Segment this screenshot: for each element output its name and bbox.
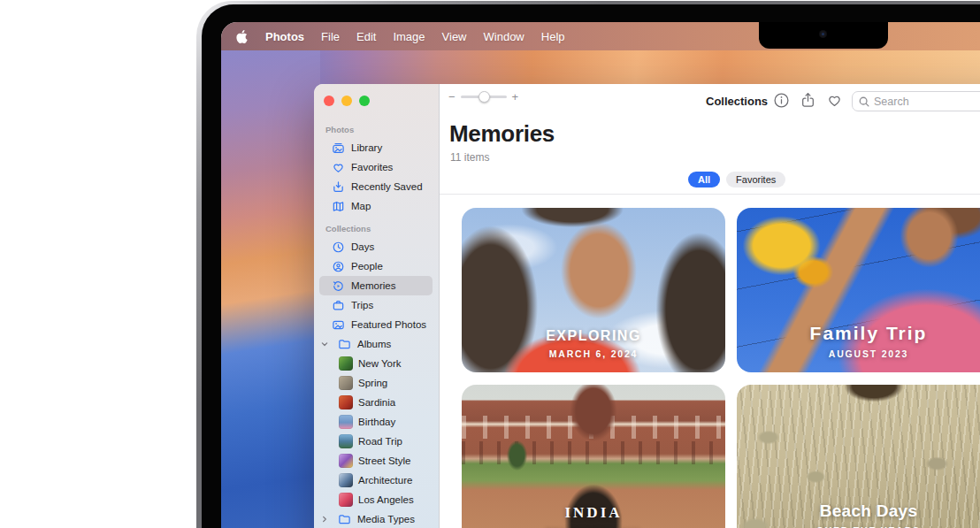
birthday-thumbnail bbox=[339, 415, 353, 429]
people-icon bbox=[332, 260, 345, 273]
sidebar-item-label: Days bbox=[351, 241, 374, 252]
menu-item-image[interactable]: Image bbox=[393, 30, 425, 43]
sidebar-item-label: Favorites bbox=[351, 162, 393, 172]
sidebar-item-label: Media Types bbox=[357, 514, 415, 524]
sidebar-item-label: Albums bbox=[357, 339, 391, 349]
spring-thumbnail bbox=[339, 376, 353, 390]
menu-item-edit[interactable]: Edit bbox=[356, 30, 376, 43]
sidebar-album-architecture[interactable]: Architecture bbox=[314, 471, 439, 490]
close-button[interactable] bbox=[324, 96, 334, 106]
sidebar-item-label: Trips bbox=[351, 300, 373, 310]
sidebar-item-featured-photos[interactable]: Featured Photos bbox=[314, 315, 439, 334]
card-caption: INDIA DECEMBER 2023 bbox=[462, 504, 725, 528]
menu-item-view[interactable]: View bbox=[442, 30, 467, 43]
sidebar-item-label: Recently Saved bbox=[351, 181, 423, 192]
filter-favorites-button[interactable]: Favorites bbox=[726, 172, 785, 187]
sidebar-item-memories[interactable]: Memories bbox=[319, 276, 433, 295]
memory-card-india[interactable]: INDIA DECEMBER 2023 bbox=[462, 385, 725, 528]
album-label: Spring bbox=[358, 378, 387, 388]
featured-photos-icon bbox=[332, 318, 345, 332]
item-count: 11 items bbox=[450, 151, 489, 164]
search-input[interactable] bbox=[874, 96, 980, 108]
content-divider bbox=[440, 194, 980, 195]
sidebar-item-label: Featured Photos bbox=[351, 319, 426, 330]
sidebar-item-favorites[interactable]: Favorites bbox=[314, 157, 439, 177]
share-icon[interactable] bbox=[800, 92, 816, 109]
zoom-out-icon[interactable]: − bbox=[448, 90, 456, 103]
album-label: Road Trip bbox=[358, 436, 402, 447]
sidebar-item-library[interactable]: Library bbox=[314, 138, 439, 157]
sidebar-album-birthday[interactable]: Birthday bbox=[314, 412, 439, 432]
sidebar-album-road-trip[interactable]: Road Trip bbox=[314, 432, 439, 451]
los-angeles-thumbnail bbox=[339, 493, 353, 507]
main-content: − + Collections bbox=[440, 84, 980, 528]
album-label: Architecture bbox=[358, 475, 412, 486]
recently-saved-icon bbox=[332, 180, 345, 194]
memories-icon bbox=[332, 279, 345, 293]
card-title: EXPLORING bbox=[462, 328, 725, 344]
card-caption: EXPLORING MARCH 6, 2024 bbox=[462, 328, 725, 359]
menu-item-file[interactable]: File bbox=[321, 30, 340, 43]
street-style-thumbnail bbox=[339, 454, 353, 468]
apple-logo-icon[interactable] bbox=[236, 29, 249, 43]
page-title: Memories bbox=[449, 120, 555, 148]
card-title: INDIA bbox=[462, 504, 725, 522]
macbook-frame: Photos File Edit Image View Window Help … bbox=[196, 1, 980, 528]
sidebar-item-trips[interactable]: Trips bbox=[314, 295, 439, 315]
sidebar-section-photos: Photos bbox=[325, 125, 439, 134]
sidebar-album-street-style[interactable]: Street Style bbox=[314, 451, 439, 471]
memory-card-family-trip[interactable]: Family Trip AUGUST 2023 bbox=[737, 208, 980, 372]
window-controls bbox=[314, 96, 439, 106]
memory-card-beach-days[interactable]: Beach Days OVER THE YEARS bbox=[737, 385, 980, 528]
sidebar-album-new-york[interactable]: New York bbox=[314, 354, 439, 373]
sidebar-item-label: Memories bbox=[351, 280, 395, 291]
menu-item-photos[interactable]: Photos bbox=[265, 30, 304, 43]
search-field[interactable] bbox=[852, 91, 980, 111]
menu-item-window[interactable]: Window bbox=[484, 30, 524, 43]
desktop-wallpaper-left-band bbox=[221, 50, 320, 528]
camera-notch bbox=[759, 22, 888, 49]
card-caption: Family Trip AUGUST 2023 bbox=[737, 323, 980, 359]
media-types-folder-icon bbox=[338, 513, 351, 526]
thumbnail-zoom-slider[interactable]: − + bbox=[448, 90, 518, 103]
chevron-down-icon[interactable] bbox=[319, 339, 330, 349]
zoom-slider-knob[interactable] bbox=[479, 91, 490, 103]
memories-grid: EXPLORING MARCH 6, 2024 Family Trip AUGU… bbox=[462, 208, 980, 528]
heart-icon bbox=[332, 161, 345, 174]
card-date: MARCH 6, 2024 bbox=[462, 348, 725, 359]
zoom-slider-track[interactable] bbox=[461, 96, 507, 98]
favorite-icon[interactable] bbox=[826, 92, 843, 109]
sidebar-item-label: Library bbox=[351, 142, 382, 153]
sidebar-album-los-angeles[interactable]: Los Angeles bbox=[314, 490, 439, 509]
filter-segmented-control: All Favorites bbox=[688, 172, 785, 187]
sidebar-item-map[interactable]: Map bbox=[314, 196, 439, 216]
sidebar-item-recently-saved[interactable]: Recently Saved bbox=[314, 177, 439, 196]
card-date: AUGUST 2023 bbox=[737, 348, 980, 359]
toolbar: − + Collections bbox=[440, 84, 980, 119]
albums-folder-icon bbox=[338, 338, 351, 351]
card-caption: Beach Days OVER THE YEARS bbox=[737, 501, 980, 528]
sidebar-item-people[interactable]: People bbox=[314, 256, 439, 276]
sidebar-section-collections: Collections bbox=[325, 224, 439, 233]
sidebar-item-media-types[interactable]: Media Types bbox=[314, 509, 439, 528]
sidebar-album-sardinia[interactable]: Sardinia bbox=[314, 393, 439, 412]
sardinia-thumbnail bbox=[339, 395, 353, 409]
display-bezel: Photos File Edit Image View Window Help … bbox=[202, 4, 980, 528]
menu-item-help[interactable]: Help bbox=[541, 30, 565, 43]
zoom-button[interactable] bbox=[359, 96, 370, 106]
architecture-thumbnail bbox=[339, 473, 353, 487]
album-label: Birthday bbox=[358, 417, 395, 427]
memory-card-exploring[interactable]: EXPLORING MARCH 6, 2024 bbox=[462, 208, 725, 372]
card-title: Family Trip bbox=[737, 323, 980, 344]
filter-all-button[interactable]: All bbox=[688, 172, 720, 187]
zoom-in-icon[interactable]: + bbox=[512, 90, 519, 103]
album-label: Sardinia bbox=[358, 397, 395, 408]
chevron-right-icon[interactable] bbox=[319, 514, 330, 524]
sidebar-item-albums[interactable]: Albums bbox=[314, 334, 439, 354]
sidebar-album-spring[interactable]: Spring bbox=[314, 373, 439, 393]
sidebar: Photos Library Favorites Recently Saved … bbox=[314, 84, 440, 528]
info-icon[interactable] bbox=[773, 92, 790, 109]
sidebar-item-days[interactable]: Days bbox=[314, 237, 439, 256]
days-icon bbox=[332, 241, 345, 254]
minimize-button[interactable] bbox=[341, 96, 352, 106]
